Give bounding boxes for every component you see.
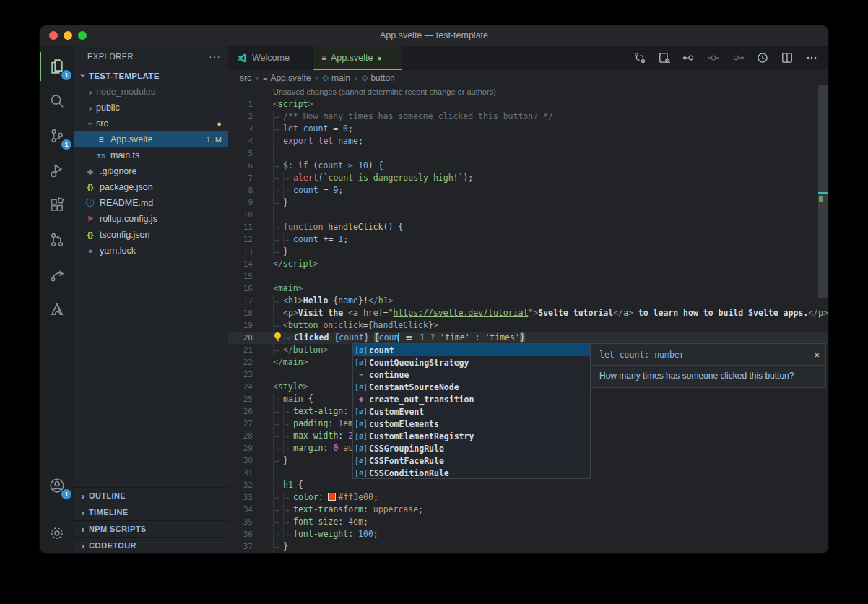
- file-label: yarn.lock: [100, 246, 228, 256]
- code-line-5[interactable]: 5: [228, 147, 828, 160]
- tree-item-node_modules[interactable]: ›node_modules: [74, 84, 228, 100]
- extensions-icon: [49, 197, 65, 213]
- breadcrumb-item-button[interactable]: ◇button: [362, 73, 395, 83]
- activity-bar: 1 1: [40, 46, 74, 553]
- code-line-2[interactable]: 2→/** How many times has someone clicked…: [228, 111, 828, 123]
- code-line-4[interactable]: 4→export let name;: [228, 135, 828, 147]
- split-editor-button[interactable]: [781, 51, 794, 64]
- tree-item-src[interactable]: ›src●: [74, 116, 228, 131]
- activity-github-pull-requests[interactable]: [40, 223, 74, 257]
- code-line-35[interactable]: 35→→font-size: 4em;: [228, 516, 828, 528]
- tree-item-rollup.config.js[interactable]: ⚑rollup.config.js: [74, 211, 228, 227]
- code-editor[interactable]: Unsaved changes (cannot determine recent…: [228, 85, 828, 553]
- tree-item-App.svelte[interactable]: ≡App.svelte1, M: [74, 131, 228, 147]
- breadcrumb-item-src[interactable]: src: [240, 73, 251, 83]
- timeline-button[interactable]: [756, 51, 769, 64]
- code-line-8[interactable]: 8→→count = 9;: [228, 184, 828, 197]
- code-line-16[interactable]: 16<main>: [228, 282, 828, 295]
- tree-item-public[interactable]: ›public: [74, 100, 228, 116]
- suggestion-create_out_transition[interactable]: ◈create_out_transition: [353, 393, 590, 405]
- activity-source-control[interactable]: 1: [40, 118, 74, 153]
- code-line-12[interactable]: 12→→count += 1;: [228, 233, 828, 246]
- next-change-button[interactable]: [732, 51, 745, 64]
- tree-item-.gitignore[interactable]: ◆.gitignore: [74, 163, 228, 179]
- autocomplete-popup: [ø]count[ø]CountQueuingStrategy≡continue…: [352, 343, 591, 479]
- activity-search[interactable]: [40, 84, 74, 118]
- code-line-19[interactable]: 19→<button on:click={handleClick}>: [228, 319, 828, 332]
- sidebar: EXPLORER ··· › TEST-TEMPLATE ›node_modul…: [74, 46, 228, 553]
- tab-app-svelte[interactable]: ≡ App.svelte ●: [313, 46, 402, 70]
- breadcrumb-item-App.svelte[interactable]: ≡App.svelte: [263, 73, 311, 83]
- code-line-9[interactable]: 9→}: [228, 197, 828, 209]
- tree-item-main.ts[interactable]: TSmain.ts: [74, 147, 228, 163]
- git-status-badge: ●: [217, 119, 222, 128]
- lightbulb-icon[interactable]: [273, 332, 284, 342]
- titlebar[interactable]: App.svelte — test-template: [40, 25, 828, 46]
- code-line-37[interactable]: 37→}: [228, 540, 828, 553]
- suggestion-ConstantSourceNode[interactable]: [ø]ConstantSourceNode: [353, 381, 590, 393]
- previous-change-button[interactable]: [682, 51, 695, 64]
- sidebar-section-timeline[interactable]: ›TIMELINE: [74, 504, 228, 520]
- tree-item-tsconfig.json[interactable]: {}tsconfig.json: [74, 227, 228, 243]
- suggestion-CSSGroupingRule[interactable]: [ø]CSSGroupingRule: [353, 442, 590, 454]
- code-line-1[interactable]: 1<script>: [228, 98, 828, 111]
- symbol-variable-icon: [ø]: [353, 432, 369, 440]
- open-preview-button[interactable]: [658, 51, 671, 64]
- explorer-more-actions[interactable]: ···: [209, 51, 221, 62]
- code-line-33[interactable]: 33→→color: #ff3e00;: [228, 491, 828, 504]
- braces-file-icon: {}: [84, 183, 96, 191]
- overview-scrollbar[interactable]: [818, 85, 828, 298]
- suggestion-customElements[interactable]: [ø]customElements: [353, 418, 590, 430]
- code-line-7[interactable]: 7→→alert(`count is dangerously high!`);: [228, 172, 828, 184]
- suggestion-CustomElementRegistry[interactable]: [ø]CustomElementRegistry: [353, 430, 590, 442]
- more-actions-button[interactable]: [805, 51, 818, 64]
- code-line-14[interactable]: 14</script>: [228, 258, 828, 270]
- open-changes-button[interactable]: [633, 51, 646, 64]
- tree-item-package.json[interactable]: {}package.json: [74, 179, 228, 195]
- activity-azure[interactable]: [40, 292, 74, 327]
- suggestion-CustomEvent[interactable]: [ø]CustomEvent: [353, 405, 590, 418]
- suggestion-CSSFontFaceRule[interactable]: [ø]CSSFontFaceRule: [353, 454, 590, 467]
- code-line-20[interactable]: 20→Clicked {count} {coun ≡ 1 ? 'time' : …: [228, 332, 828, 344]
- code-line-34[interactable]: 34→→text-transform: uppercase;: [228, 504, 828, 516]
- tree-item-yarn.lock[interactable]: ●yarn.lock: [74, 243, 228, 259]
- code-line-32[interactable]: 32→h1 {: [228, 479, 828, 491]
- activity-extensions[interactable]: [40, 188, 74, 223]
- code-lines: 1<script>2→/** How many times has someon…: [228, 98, 828, 553]
- breadcrumb-item-main[interactable]: ◇main: [322, 73, 350, 83]
- sidebar-section-outline[interactable]: ›OUTLINE: [74, 487, 228, 504]
- project-root-item[interactable]: › TEST-TEMPLATE: [74, 67, 228, 84]
- close-icon[interactable]: ✕: [815, 350, 820, 360]
- activity-live-share[interactable]: [40, 257, 74, 292]
- tab-bar: Welcome ≡ App.svelte ●: [228, 46, 828, 70]
- tab-welcome[interactable]: Welcome: [228, 46, 313, 70]
- suggestion-count[interactable]: [ø]count: [353, 344, 590, 356]
- window-title: App.svelte — test-template: [40, 30, 828, 40]
- sidebar-section-npm-scripts[interactable]: ›NPM SCRIPTS: [74, 520, 228, 537]
- code-line-11[interactable]: 11→function handleClick() {: [228, 221, 828, 233]
- color-swatch[interactable]: [328, 493, 336, 501]
- gutter-indicator-icon[interactable]: [707, 51, 720, 64]
- suggestion-CountQueuingStrategy[interactable]: [ø]CountQueuingStrategy: [353, 356, 590, 368]
- suggestion-CSSConditionRule[interactable]: [ø]CSSConditionRule: [353, 467, 590, 479]
- vscode-window: App.svelte — test-template 1 1: [40, 25, 828, 553]
- code-line-13[interactable]: 13→}: [228, 246, 828, 258]
- search-icon: [49, 93, 65, 109]
- sidebar-sections: ›OUTLINE›TIMELINE›NPM SCRIPTS›CODETOUR: [74, 487, 228, 553]
- tree-item-README.md[interactable]: ⓘREADME.md: [74, 195, 228, 211]
- activity-accounts[interactable]: 1: [40, 468, 74, 503]
- activity-settings[interactable]: [40, 516, 74, 551]
- code-line-18[interactable]: 18→<p>Visit the <a href="https://svelte.…: [228, 307, 828, 319]
- code-line-10[interactable]: 10: [228, 209, 828, 221]
- code-line-36[interactable]: 36→→font-weight: 100;: [228, 528, 828, 540]
- code-line-3[interactable]: 3→let count = 0;: [228, 123, 828, 135]
- scroll-marker-cursor: [818, 192, 828, 194]
- suggestion-continue[interactable]: ≡continue: [353, 368, 590, 381]
- code-line-6[interactable]: 6→$: if (count ≥ 10) {: [228, 160, 828, 172]
- code-line-15[interactable]: 15: [228, 270, 828, 282]
- activity-run-debug[interactable]: [40, 153, 74, 188]
- code-line-17[interactable]: 17→<h1>Hello {name}!</h1>: [228, 295, 828, 307]
- activity-explorer[interactable]: 1: [40, 49, 74, 84]
- tab-label: Welcome: [252, 53, 290, 63]
- sidebar-section-codetour[interactable]: ›CODETOUR: [74, 537, 228, 553]
